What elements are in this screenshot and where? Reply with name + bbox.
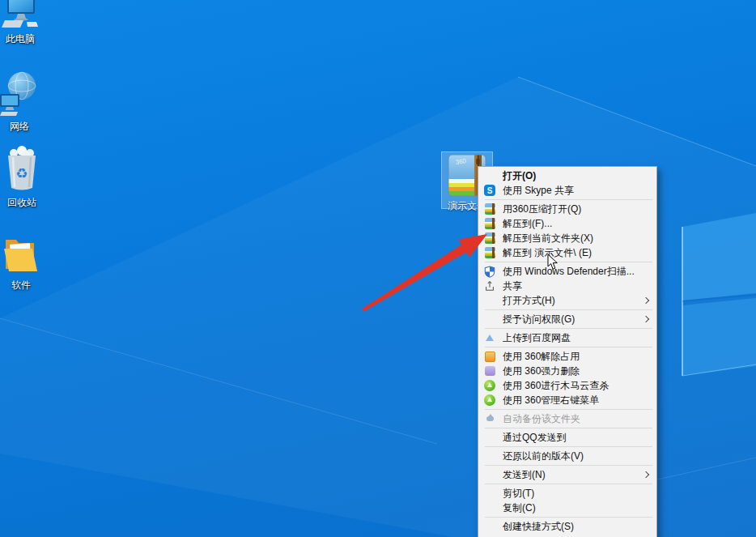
menu-item-360-trojan-cloud-scan[interactable]: 使用 360进行木马云查杀 [478,378,656,393]
menu-item-send-to[interactable]: 发送到(N) [478,467,656,482]
360-unlock-icon [485,352,495,362]
desktop-icon-network[interactable]: 网络 [0,70,39,132]
desktop: 此电脑 网络 ♻ 回收站 [0,0,756,537]
empty-icon-slot [483,431,496,444]
menu-item-grant-access[interactable]: 授予访问权限(G) [478,312,656,326]
desktop-icon-label: 网络 [0,121,39,132]
menu-item-extract-to-named-folder[interactable]: 解压到 演示文件\ (E) [478,245,656,260]
menu-separator [485,517,652,518]
menu-item-send-via-qq[interactable]: 通过QQ发送到 [478,430,656,445]
empty-icon-slot [483,520,496,533]
menu-separator [485,199,652,200]
menu-item-defender-scan[interactable]: 使用 Windows Defender扫描... [478,264,656,279]
360zip-icon [485,232,495,244]
menu-item-360-force-delete[interactable]: 使用 360强力删除 [478,364,656,378]
menu-item-copy[interactable]: 复制(C) [478,501,656,515]
menu-item-auto-backup-folder: 自动备份该文件夹 [478,411,656,426]
empty-icon-slot [483,468,496,481]
menu-item-open-with[interactable]: 打开方式(H) [478,293,656,308]
menu-item-open[interactable]: 打开(O) [478,168,656,183]
desktop-icon-this-pc[interactable]: 此电脑 [1,0,40,45]
auto-backup-icon [486,416,494,421]
menu-separator [485,484,652,484]
menu-item-360-unlock[interactable]: 使用 360解除占用 [478,349,656,364]
menu-separator [485,347,652,347]
desktop-icon-label: 回收站 [2,198,41,208]
menu-item-cut[interactable]: 剪切(T) [478,486,656,501]
360zip-icon [485,247,495,258]
360-force-delete-icon [485,366,495,376]
360zip-icon [485,218,495,229]
network-icon [0,70,39,117]
menu-item-360-manage-context-menu[interactable]: 使用 360管理右键菜单 [478,393,656,407]
empty-icon-slot [483,294,496,307]
desktop-icon-label: 此电脑 [1,34,40,45]
menu-item-create-shortcut[interactable]: 创建快捷方式(S) [478,519,656,534]
menu-item-skype-share[interactable]: S 使用 Skype 共享 [478,183,656,198]
menu-item-share[interactable]: 共享 [478,279,656,293]
empty-icon-slot [483,313,496,326]
this-pc-icon [2,0,39,29]
baidu-netdisk-icon [486,335,494,341]
menu-separator [485,262,652,262]
360zip-icon [485,203,495,215]
menu-separator [485,328,652,329]
empty-icon-slot [483,487,496,500]
menu-item-restore-previous-versions[interactable]: 还原以前的版本(V) [478,449,656,463]
skype-icon: S [484,185,495,196]
360-menu-manager-icon [484,394,495,406]
menu-separator [485,409,652,410]
svg-text:♻: ♻ [15,166,28,181]
desktop-icon-label: 软件 [2,280,40,291]
360-cloud-scan-icon [484,380,495,391]
menu-separator [485,465,652,466]
desktop-icon-software-folder[interactable]: 软件 [2,235,40,291]
menu-separator [485,309,652,310]
desktop-icon-recycle-bin[interactable]: ♻ 回收站 [2,146,41,208]
share-icon [484,280,495,292]
empty-icon-slot [483,450,496,462]
recycle-bin-icon: ♻ [6,146,38,193]
folder-icon [3,235,39,275]
defender-shield-icon [484,266,495,278]
menu-item-open-with-360zip[interactable]: 用360压缩打开(Q) [478,202,656,216]
menu-item-extract-to[interactable]: 解压到(F)... [478,216,656,231]
menu-item-upload-baidu-netdisk[interactable]: 上传到百度网盘 [478,330,656,345]
empty-icon-slot [483,501,496,514]
context-menu: 打开(O) S 使用 Skype 共享 用360压缩打开(Q) 解压到(F)..… [478,166,657,537]
menu-item-extract-to-current-folder[interactable]: 解压到当前文件夹(X) [478,231,656,245]
menu-separator [485,446,652,447]
svg-text:360: 360 [455,157,467,166]
menu-separator [485,428,652,428]
empty-icon-slot [483,169,496,182]
